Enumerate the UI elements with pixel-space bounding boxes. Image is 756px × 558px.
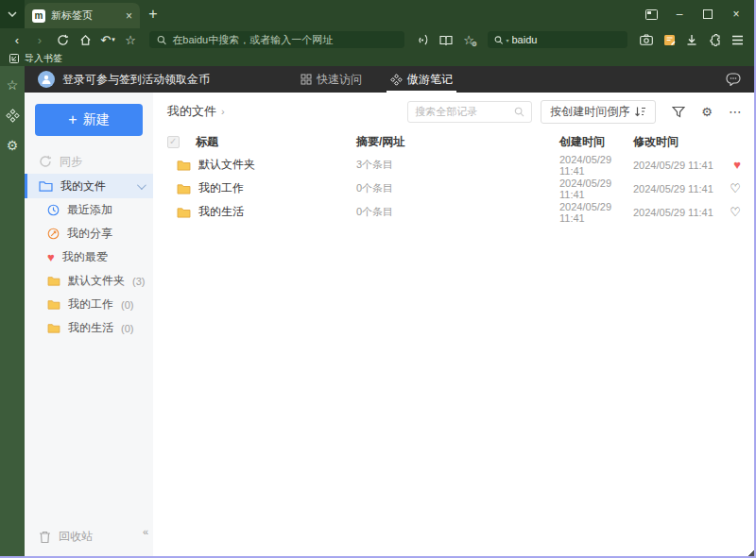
col-created[interactable]: 创建时间 <box>559 134 633 150</box>
sidebar-item-sync[interactable]: 同步 <box>25 149 153 174</box>
tab-close-icon[interactable]: × <box>126 9 132 23</box>
sync-icon <box>39 155 52 168</box>
breadcrumb-arrow-icon: › <box>221 106 225 117</box>
sidebar-item-recent[interactable]: 最近添加 <box>25 198 153 222</box>
window-controls: – × <box>639 0 754 28</box>
import-bookmarks-button[interactable]: 导入书签 <box>25 52 62 65</box>
favorites-rail-icon[interactable]: ☆ <box>5 77 20 93</box>
sort-label: 按创建时间倒序 <box>550 104 629 120</box>
sort-desc-icon <box>634 106 646 117</box>
undo-button[interactable]: ↶▾ <box>98 30 117 49</box>
select-all-checkbox[interactable] <box>167 136 180 148</box>
row-created: 2024/05/29 11:41 <box>559 154 633 177</box>
table-row[interactable]: 我的工作 0个条目 2024/05/29 11:41 2024/05/29 11… <box>153 177 754 200</box>
table-row[interactable]: 默认文件夹 3个条目 2024/05/29 11:41 2024/05/29 1… <box>153 153 754 177</box>
read-aloud-button[interactable] <box>414 30 433 49</box>
trash-label: 回收站 <box>59 529 93 545</box>
close-button[interactable]: × <box>724 4 748 25</box>
screenshot-button[interactable] <box>637 30 656 49</box>
quick-search-input[interactable] <box>512 34 622 45</box>
trash-button[interactable]: 回收站 <box>25 529 93 545</box>
sidebar-item-my-files[interactable]: 我的文件 <box>25 174 153 198</box>
notes-button[interactable] <box>660 30 679 49</box>
tab-notes[interactable]: 傲游笔记 <box>390 66 453 93</box>
collect-to-favorites-button[interactable]: ☆⚙ <box>459 30 478 49</box>
forward-button[interactable]: › <box>30 30 49 49</box>
search-engine-caret[interactable]: ▾ <box>506 37 508 43</box>
login-prompt[interactable]: 登录可参与签到活动领取金币 <box>62 72 210 88</box>
boss-key-icon[interactable] <box>639 4 663 25</box>
tab-title: 新标签页 <box>51 8 120 23</box>
notes-clover-icon <box>390 74 403 86</box>
gear-icon: ⚙ <box>701 105 713 119</box>
import-icon <box>9 54 19 63</box>
row-created: 2024/05/29 11:41 <box>559 178 633 200</box>
feedback-button[interactable] <box>726 73 741 86</box>
bookmarks-bar: 导入书签 <box>0 51 754 66</box>
notes-clover-icon[interactable] <box>5 108 20 123</box>
view-settings-button[interactable]: ⚙ <box>701 105 713 119</box>
side-rail: ☆ ⚙ <box>0 66 25 556</box>
sidebar-folder-life[interactable]: 我的生活 (0) <box>25 316 153 340</box>
folder-name: 我的生活 <box>68 320 113 336</box>
sidebar-folder-work[interactable]: 我的工作 (0) <box>25 293 153 316</box>
favorite-page-button[interactable]: ☆ <box>121 30 140 49</box>
folder-icon <box>177 183 191 194</box>
sidebar-item-shares[interactable]: 我的分享 <box>25 222 153 245</box>
heart-icon: ♥ <box>47 251 55 263</box>
minimize-button[interactable]: – <box>667 4 692 25</box>
favorite-heart-icon[interactable]: ♡ <box>730 206 741 218</box>
tab-strip: m 新标签页 × + – × <box>0 0 754 28</box>
settings-gear-icon[interactable]: ⚙ <box>5 138 20 153</box>
filter-button[interactable] <box>672 106 685 118</box>
table-row[interactable]: 我的生活 0个条目 2024/05/29 11:41 2024/05/29 11… <box>153 200 754 224</box>
new-tab-button[interactable]: + <box>140 0 166 28</box>
col-summary[interactable]: 摘要/网址 <box>356 134 559 150</box>
home-button[interactable] <box>76 30 94 49</box>
row-modified: 2024/05/29 11:41 <box>633 183 720 194</box>
back-button[interactable]: ‹ <box>8 30 26 49</box>
favorite-heart-icon[interactable]: ♥ <box>733 159 741 171</box>
breadcrumb[interactable]: 我的文件 › <box>167 103 225 120</box>
address-input[interactable] <box>172 34 397 45</box>
quick-search-box[interactable]: ▾ <box>488 31 627 48</box>
avatar[interactable] <box>38 71 55 88</box>
collapse-sidebar-button[interactable]: « <box>143 526 148 537</box>
more-button[interactable]: ⋯ <box>729 104 743 119</box>
new-note-button[interactable]: +新建 <box>35 104 143 136</box>
maximize-button[interactable] <box>696 4 720 25</box>
tab-quick-access-label: 快速访问 <box>317 72 362 88</box>
favorite-heart-icon[interactable]: ♡ <box>730 182 741 194</box>
sort-button[interactable]: 按创建时间倒序 <box>541 100 656 124</box>
browser-tab[interactable]: m 新标签页 × <box>25 3 140 28</box>
reader-mode-button[interactable] <box>437 30 455 49</box>
resize-grip[interactable] <box>748 550 754 556</box>
notes-search-box[interactable] <box>407 101 532 123</box>
shares-label: 我的分享 <box>67 226 112 242</box>
col-title[interactable]: 标题 <box>196 134 356 150</box>
maxthon-logo-icon: m <box>32 9 45 23</box>
notes-sidebar: +新建 同步 我的文件 最近添加 <box>25 93 153 556</box>
navigation-bar: ‹ › ↶▾ ☆ ☆⚙ ▾ <box>0 28 754 51</box>
tab-list-menu-button[interactable] <box>0 0 25 28</box>
extensions-button[interactable] <box>705 30 724 49</box>
my-files-label: 我的文件 <box>60 178 106 194</box>
sidebar-item-favorites[interactable]: ♥ 我的最爱 <box>25 245 153 269</box>
sync-label: 同步 <box>60 154 82 170</box>
col-modified[interactable]: 修改时间 <box>633 134 720 150</box>
downloads-button[interactable] <box>682 30 701 49</box>
reload-button[interactable] <box>53 30 72 49</box>
trash-icon <box>39 531 51 544</box>
puzzle-icon <box>709 34 721 46</box>
notes-search-input[interactable] <box>415 106 510 117</box>
gear-badge-icon: ⚙ <box>472 41 477 48</box>
address-bar[interactable] <box>149 31 404 48</box>
folder-count: (0) <box>121 323 133 334</box>
grid-icon <box>301 74 312 85</box>
tab-quick-access[interactable]: 快速访问 <box>301 66 362 93</box>
row-summary: 3个条目 <box>356 158 559 172</box>
main-menu-button[interactable] <box>728 30 747 49</box>
chevron-down-icon[interactable] <box>137 180 146 190</box>
sidebar-folder-default[interactable]: 默认文件夹 (3) <box>25 269 153 293</box>
folder-icon <box>177 160 191 171</box>
